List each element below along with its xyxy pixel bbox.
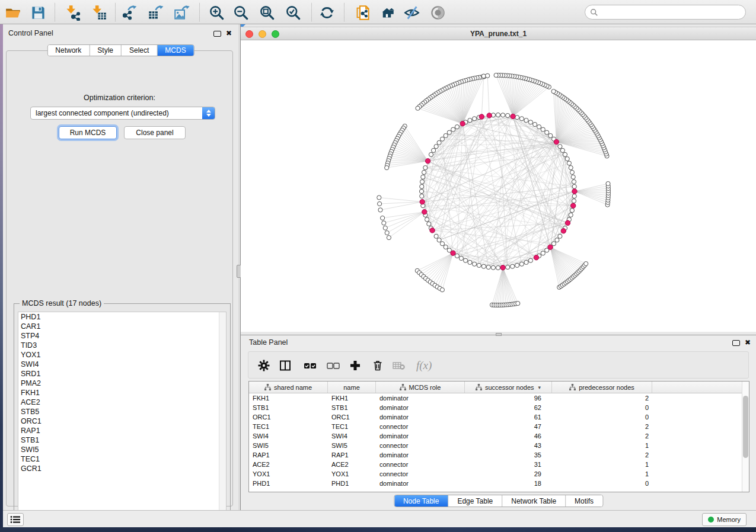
add-column-icon[interactable] (349, 358, 361, 373)
minimize-window-icon[interactable] (259, 30, 266, 38)
zoom-in-icon[interactable] (208, 4, 225, 21)
refresh-layout-icon[interactable] (318, 4, 336, 21)
cell-predecessor-nodes: 1 (552, 461, 652, 468)
tab-select[interactable]: Select (122, 45, 157, 56)
close-panel-icon[interactable]: ✖ (226, 29, 232, 37)
tab-network-table[interactable]: Network Table (502, 495, 566, 507)
cell-successor-nodes: 35 (465, 451, 552, 459)
search-field[interactable] (585, 5, 746, 20)
mcds-result-item[interactable]: STB5 (18, 407, 226, 416)
mcds-result-item[interactable]: ORC1 (18, 416, 226, 426)
cell-mcds-role: dominator (376, 395, 465, 402)
export-image-icon[interactable] (173, 4, 190, 21)
close-panel-icon[interactable]: ✖ (745, 338, 751, 347)
cell-shared-name: STB1 (249, 404, 328, 411)
tab-network[interactable]: Network (47, 45, 90, 56)
run-mcds-button[interactable]: Run MCDS (59, 126, 117, 139)
cell-predecessor-nodes: 2 (552, 432, 652, 440)
cell-shared-name: TEC1 (249, 423, 328, 430)
import-table-icon[interactable] (90, 4, 107, 21)
deselect-all-icon[interactable] (326, 358, 340, 373)
export-table-icon[interactable] (146, 4, 164, 21)
tab-node-table[interactable]: Node Table (394, 495, 449, 507)
toolbar-separator (55, 3, 55, 21)
table-row[interactable]: ACE2ACE2connector311 (249, 460, 749, 469)
copy-network-icon[interactable] (353, 4, 371, 21)
zoom-selected-icon[interactable] (284, 4, 302, 21)
delete-column-trash-icon[interactable] (372, 358, 384, 373)
table-settings-gear-icon[interactable] (258, 358, 270, 373)
mcds-list-scrollbar[interactable] (219, 312, 226, 518)
cell-name: ORC1 (328, 414, 376, 421)
node-table: shared namenameMCDS rolesuccessor nodes▾… (248, 381, 749, 492)
memory-button[interactable]: Memory (702, 513, 747, 526)
float-panel-icon[interactable] (732, 340, 740, 346)
mcds-result-item[interactable]: YOX1 (18, 350, 226, 360)
maximize-window-icon[interactable] (272, 30, 279, 38)
mcds-result-item[interactable]: GCR1 (18, 464, 226, 473)
mcds-result-item[interactable]: RAP1 (18, 426, 226, 435)
table-row[interactable]: YOX1YOX1connector291 (249, 469, 749, 479)
table-row[interactable]: SWI5SWI5connector431 (249, 441, 749, 450)
cell-predecessor-nodes: 1 (552, 470, 652, 477)
table-row[interactable]: SWI4SWI4dominator462 (249, 431, 749, 441)
export-network-icon[interactable] (120, 4, 138, 21)
network-window-title: YPA_prune.txt_1 (470, 30, 527, 38)
hide-graphics-details-icon[interactable] (403, 4, 420, 21)
horizontal-splitter-grip[interactable] (496, 333, 502, 336)
list-icon (10, 515, 21, 524)
column-header-predecessor-nodes[interactable]: predecessor nodes (552, 382, 652, 393)
home-icon[interactable] (378, 4, 395, 21)
save-session-icon[interactable] (29, 4, 47, 21)
mcds-result-item[interactable]: TEC1 (18, 454, 226, 464)
mcds-result-item[interactable]: SWI5 (18, 445, 226, 454)
import-network-icon[interactable] (63, 4, 81, 21)
tab-motifs[interactable]: Motifs (566, 495, 602, 507)
tab-edge-table[interactable]: Edge Table (448, 495, 502, 507)
zoom-fit-icon[interactable] (258, 4, 276, 21)
cell-mcds-role: dominator (376, 404, 465, 411)
table-scrollbar[interactable] (742, 382, 749, 492)
close-window-icon[interactable] (245, 30, 253, 38)
search-input[interactable] (598, 7, 745, 18)
mcds-result-item[interactable]: STP4 (18, 331, 226, 341)
tab-style[interactable]: Style (90, 45, 122, 56)
table-row[interactable]: ORC1ORC1dominator610 (249, 412, 749, 422)
show-graphics-details-icon[interactable] (429, 4, 446, 21)
float-panel-icon[interactable] (213, 31, 221, 37)
network-window-titlebar[interactable]: YPA_prune.txt_1 (241, 27, 756, 40)
table-row[interactable]: TEC1TEC1connector472 (249, 422, 749, 431)
show-columns-icon[interactable] (279, 358, 291, 373)
column-header-shared-name[interactable]: shared name (249, 382, 328, 393)
cell-mcds-role: dominator (376, 480, 465, 487)
table-row[interactable]: RAP1RAP1dominator352 (249, 450, 749, 460)
cell-mcds-role: dominator (376, 451, 465, 459)
mcds-result-item[interactable]: TID3 (18, 341, 226, 350)
select-all-icon[interactable] (303, 358, 317, 373)
toolbar-separator (199, 3, 200, 21)
network-canvas[interactable] (241, 40, 756, 332)
close-panel-button[interactable]: Close panel (124, 126, 186, 139)
mcds-result-item[interactable]: PHD1 (18, 312, 226, 322)
mcds-result-item[interactable]: STB1 (18, 435, 226, 445)
cytoscape-window: { "toolbar": { "search_placeholder": "",… (0, 0, 756, 532)
mcds-result-item[interactable]: ACE2 (18, 398, 226, 407)
column-header-name[interactable]: name (328, 382, 376, 393)
mcds-result-item[interactable]: SRD1 (18, 369, 226, 379)
optimization-criterion-select[interactable]: largest connected component (undirected) (30, 107, 215, 120)
open-file-icon[interactable] (4, 4, 22, 21)
mcds-result-item[interactable]: CAR1 (18, 322, 226, 331)
tab-mcds[interactable]: MCDS (157, 45, 193, 56)
panel-menu-button[interactable] (7, 513, 24, 526)
table-scrollbar-thumb[interactable] (743, 396, 748, 458)
table-row[interactable]: STB1STB1dominator620 (249, 403, 749, 412)
zoom-out-icon[interactable] (232, 4, 250, 21)
mcds-result-item[interactable]: PMA2 (18, 379, 226, 388)
table-row[interactable]: FKH1FKH1dominator962 (249, 393, 749, 403)
mcds-result-item[interactable]: SWI4 (18, 360, 226, 369)
table-row[interactable]: PHD1PHD1dominator180 (249, 479, 749, 488)
column-header-mcds-role[interactable]: MCDS role (376, 382, 465, 393)
column-header-successor-nodes[interactable]: successor nodes▾ (465, 382, 552, 393)
cell-mcds-role: connector (376, 423, 465, 430)
mcds-result-item[interactable]: FKH1 (18, 388, 226, 398)
